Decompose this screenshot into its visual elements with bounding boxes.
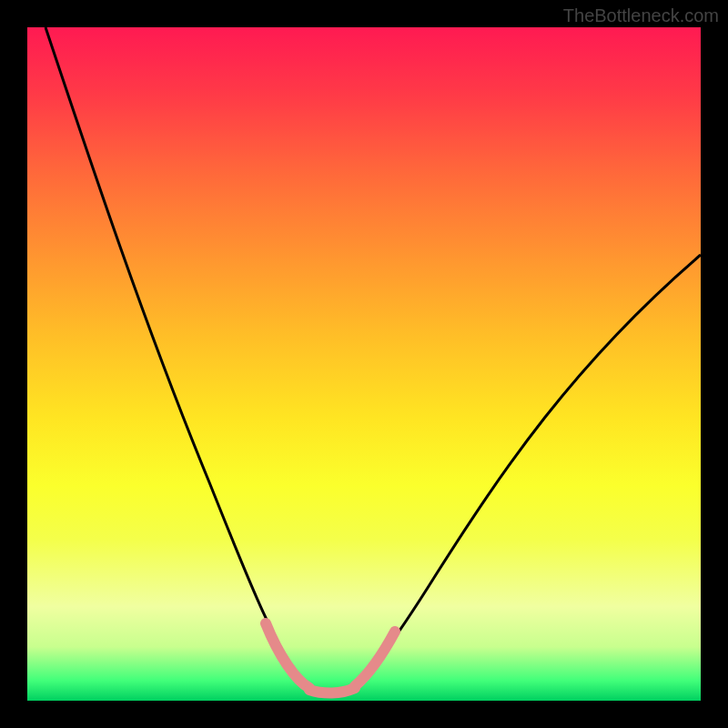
optimal-zone-bottom	[309, 688, 355, 693]
plot-area	[27, 27, 701, 701]
chart-container: TheBottleneck.com	[0, 0, 728, 728]
watermark-text: TheBottleneck.com	[563, 5, 719, 26]
bottleneck-curve	[46, 27, 701, 692]
optimal-zone-left	[266, 623, 309, 688]
optimal-zone-right	[355, 632, 395, 686]
curve-svg	[27, 27, 701, 701]
